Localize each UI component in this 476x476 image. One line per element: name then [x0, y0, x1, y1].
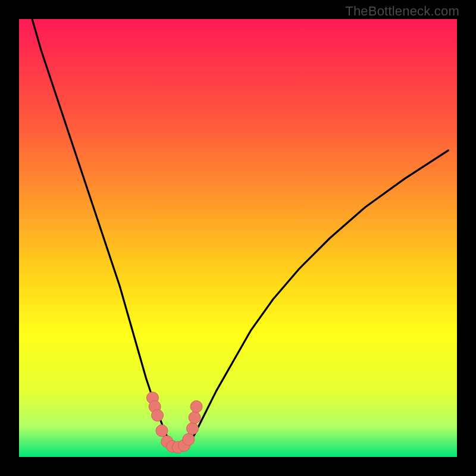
chart-frame: TheBottleneck.com	[0, 0, 476, 476]
bottleneck-curve	[32, 19, 448, 448]
data-point	[189, 412, 201, 424]
plot-area	[19, 19, 457, 457]
data-point	[152, 409, 164, 421]
watermark-text: TheBottleneck.com	[345, 4, 459, 19]
data-point	[186, 422, 198, 434]
data-point	[156, 425, 168, 437]
curve-layer	[19, 19, 457, 457]
data-point	[190, 400, 202, 412]
data-point	[183, 434, 195, 446]
data-points	[146, 392, 202, 453]
